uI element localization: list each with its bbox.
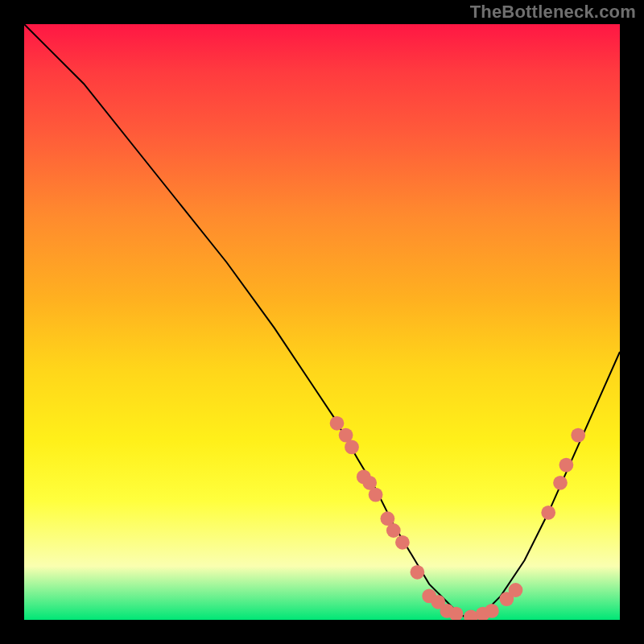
data-marker xyxy=(509,583,523,597)
data-marker xyxy=(345,440,359,455)
data-marker xyxy=(485,604,499,618)
data-marker xyxy=(330,416,345,431)
data-marker xyxy=(553,476,568,490)
plot-area xyxy=(24,24,620,620)
data-marker xyxy=(395,535,410,550)
data-marker xyxy=(559,458,574,473)
data-marker xyxy=(369,488,383,502)
markers-group xyxy=(330,416,585,620)
data-marker xyxy=(571,428,585,443)
curve-line xyxy=(24,24,620,620)
data-marker xyxy=(386,523,401,538)
chart-svg xyxy=(24,24,620,620)
watermark-label: TheBottleneck.com xyxy=(470,2,636,23)
data-marker xyxy=(411,565,425,580)
chart-frame: TheBottleneck.com xyxy=(0,0,644,644)
data-marker xyxy=(541,506,555,520)
